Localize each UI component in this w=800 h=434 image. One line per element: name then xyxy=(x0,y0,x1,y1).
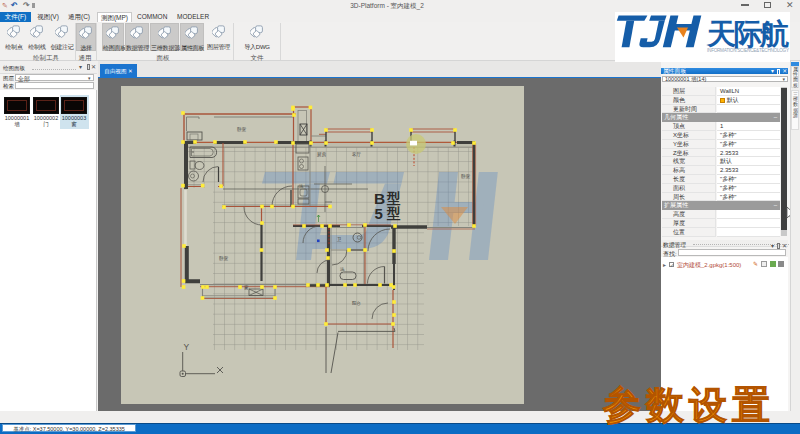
svg-text:卧室: 卧室 xyxy=(237,126,247,132)
svg-text:型: 型 xyxy=(386,191,401,206)
svg-text:Y: Y xyxy=(184,342,190,352)
svg-text:洗: 洗 xyxy=(299,184,304,189)
svg-text:型: 型 xyxy=(386,206,401,221)
svg-text:卫: 卫 xyxy=(336,236,342,242)
svg-text:INFORMATION SCIENCE&TECHNOLOGY: INFORMATION SCIENCE&TECHNOLOGY xyxy=(707,48,789,53)
svg-text:5: 5 xyxy=(375,205,383,222)
svg-text:阳台: 阳台 xyxy=(352,301,361,306)
svg-text:天际航: 天际航 xyxy=(706,18,789,50)
svg-text:卧室: 卧室 xyxy=(461,173,471,179)
svg-text:B: B xyxy=(374,190,385,207)
svg-text:洗: 洗 xyxy=(340,267,345,272)
svg-text:客厅: 客厅 xyxy=(352,151,362,157)
svg-text:厨房: 厨房 xyxy=(317,152,327,157)
svg-text:卧室: 卧室 xyxy=(219,255,229,261)
